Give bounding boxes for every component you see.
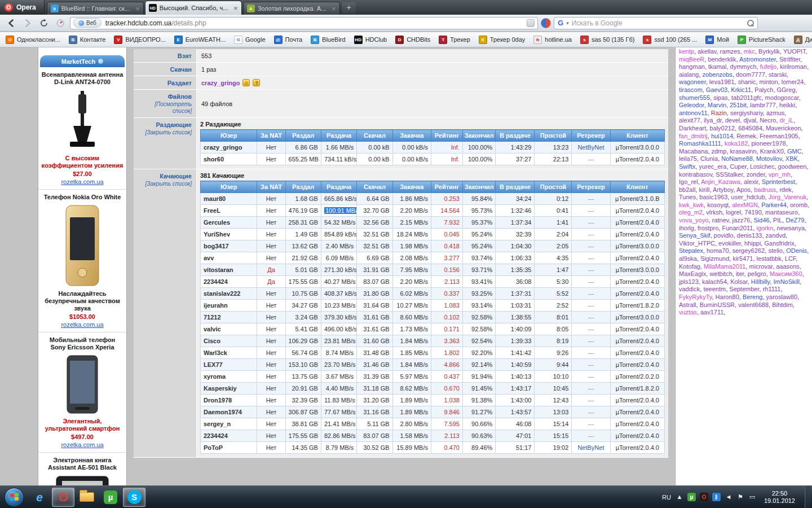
user-link[interactable]: stelio xyxy=(768,247,783,254)
user-link[interactable]: fufeljo xyxy=(760,63,776,70)
user-link[interactable]: shumer555 xyxy=(679,94,710,101)
user-link[interactable]: goodween xyxy=(778,163,807,170)
user-link[interactable]: alexMGN xyxy=(732,202,758,208)
user-link[interactable]: ODenis xyxy=(786,247,807,254)
bookmark-item[interactable]: VВИДЕОПРО... xyxy=(114,36,165,44)
user-link[interactable]: pioneer1978 xyxy=(751,140,785,147)
show-desktop-button[interactable] xyxy=(805,486,811,508)
bookmark-item[interactable]: 0Трекер 0day xyxy=(479,36,525,44)
peer-user-link[interactable]: maur80 xyxy=(201,193,257,205)
windows-explorer-taskbar-icon[interactable] xyxy=(76,488,98,507)
user-link[interactable]: devel xyxy=(725,117,740,124)
user-link[interactable]: Freeman1905 xyxy=(760,133,798,139)
column-header[interactable]: Простой xyxy=(535,130,572,142)
volume-tray-icon[interactable]: ◄ xyxy=(725,493,732,501)
user-link[interactable]: ratnev xyxy=(712,217,729,224)
user-link[interactable]: FykyRykyTy xyxy=(679,294,712,300)
user-link[interactable]: valent6688 xyxy=(738,301,769,308)
user-link[interactable]: jazz76 xyxy=(732,217,751,224)
user-link[interactable]: kirilroman xyxy=(780,63,807,70)
user-link[interactable]: vlrksh xyxy=(706,209,722,216)
peer-user-link[interactable]: crazy_gringo xyxy=(201,142,257,154)
user-link[interactable]: tkamal xyxy=(708,63,726,70)
user-link[interactable]: baly0212 xyxy=(709,125,735,132)
user-link[interactable]: bb2all xyxy=(679,186,695,193)
search-engine-dropdown-icon[interactable]: ▾ xyxy=(566,20,569,26)
user-link[interactable]: kirill xyxy=(699,186,709,193)
opera-tray-icon[interactable]: O xyxy=(700,493,708,501)
user-link[interactable]: Geleodor xyxy=(679,102,704,108)
user-link[interactable]: YUOPIT xyxy=(783,48,806,55)
close-leechers-list-link[interactable]: [Закрыть список] xyxy=(138,181,192,187)
column-header[interactable]: Клиент xyxy=(610,130,664,142)
user-link[interactable]: homa70 xyxy=(707,247,729,254)
user-link[interactable]: igorkn xyxy=(756,225,773,231)
user-link[interactable]: akellav xyxy=(698,48,716,55)
tab-close-icon[interactable]: × xyxy=(135,5,140,12)
column-header[interactable]: Закончил xyxy=(462,130,495,142)
user-link[interactable]: GMC xyxy=(787,148,802,155)
user-link[interactable]: Byrkylik xyxy=(758,48,780,55)
user-link[interactable]: kentp xyxy=(679,48,694,55)
user-link[interactable]: povidlo xyxy=(714,232,734,239)
user-link[interactable]: iter xyxy=(736,270,744,277)
user-link[interactable]: Sigizmund xyxy=(700,255,729,262)
peer-user-link[interactable]: Cisco xyxy=(201,335,257,347)
hidden-icons-arrow-icon[interactable]: ▲ xyxy=(676,493,683,501)
page-action-icon[interactable] xyxy=(527,19,535,27)
user-link[interactable]: aialang xyxy=(679,71,699,78)
user-link[interactable]: zandvd xyxy=(766,232,785,239)
ad-item[interactable]: Всенаправленная антенна D-Link ANT24-070… xyxy=(38,67,126,189)
user-link[interactable]: vaddick xyxy=(679,286,700,292)
user-link[interactable]: Igo_rel xyxy=(679,178,698,185)
user-link[interactable]: rdek xyxy=(779,186,791,193)
peer-user-link[interactable]: LEX77 xyxy=(201,359,257,371)
user-link[interactable]: al9ska xyxy=(679,255,697,262)
user-link[interactable]: badruss xyxy=(754,186,776,193)
column-header[interactable]: За NAT xyxy=(257,130,285,142)
user-link[interactable]: newsanya xyxy=(777,225,805,231)
user-link[interactable]: Stritfiter xyxy=(779,56,800,63)
column-header[interactable]: Раздача xyxy=(321,130,356,142)
search-icon[interactable] xyxy=(747,20,754,27)
user-link[interactable]: Motovilov xyxy=(756,155,782,162)
user-link[interactable]: Razin xyxy=(711,110,727,116)
column-header[interactable]: Рейтинг xyxy=(431,130,462,142)
user-link[interactable]: alexir xyxy=(744,178,758,185)
utorrent-tray-icon[interactable]: µ xyxy=(687,493,696,501)
user-link[interactable]: KrankX0 xyxy=(760,148,784,155)
bookmark-item[interactable]: OОдноклассни... xyxy=(6,36,60,44)
bookmark-item[interactable]: @Почта xyxy=(274,36,303,44)
user-link[interactable]: sergiyshariy xyxy=(730,110,763,116)
bookmark-item[interactable]: ssas 50 (135 Гб) xyxy=(580,36,634,44)
user-link[interactable]: vuztas xyxy=(679,309,697,316)
peer-user-link[interactable]: PoToP xyxy=(201,442,257,454)
user-link[interactable]: Gaev03 xyxy=(706,86,728,93)
security-badge[interactable]: Веб xyxy=(73,18,102,28)
user-link[interactable]: miqBeeR xyxy=(679,56,704,63)
user-link[interactable]: Viktor_HTPC xyxy=(679,240,715,247)
column-header[interactable]: Скачал xyxy=(357,181,392,193)
user-link[interactable]: XBK xyxy=(785,155,798,162)
bluetooth-tray-icon[interactable]: ᛒ xyxy=(712,493,721,501)
address-bar[interactable]: Веб tracker.hdclub.com.ua/details.php xyxy=(70,17,538,29)
user-link[interactable]: krasavinn xyxy=(730,148,757,155)
back-button[interactable] xyxy=(5,16,18,30)
peer-user-link[interactable]: avv xyxy=(201,252,257,264)
column-header[interactable]: Рейтинг xyxy=(431,181,462,193)
user-link[interactable]: yurec_era xyxy=(699,163,726,170)
user-link[interactable]: SSStalker xyxy=(716,171,743,178)
language-indicator[interactable]: RU xyxy=(662,494,671,501)
peer-user-link[interactable]: xyroma xyxy=(201,371,257,383)
show-filelist-link[interactable]: [Посмотреть список] xyxy=(138,101,192,115)
user-link[interactable]: mkc xyxy=(744,48,755,55)
peer-user-link[interactable]: sergey_n xyxy=(201,418,257,430)
user-link[interactable]: vova_yoyo xyxy=(679,217,709,224)
user-link[interactable]: Astromonster xyxy=(739,56,776,63)
user-link[interactable]: Necro xyxy=(760,117,776,124)
tab-close-icon[interactable]: × xyxy=(233,5,238,12)
user-link[interactable]: jpls123 xyxy=(679,278,699,285)
column-header[interactable]: Ретрекер xyxy=(572,181,610,193)
user-link[interactable]: Swiftx xyxy=(679,163,695,170)
user-link[interactable]: wagoneer xyxy=(679,78,706,85)
